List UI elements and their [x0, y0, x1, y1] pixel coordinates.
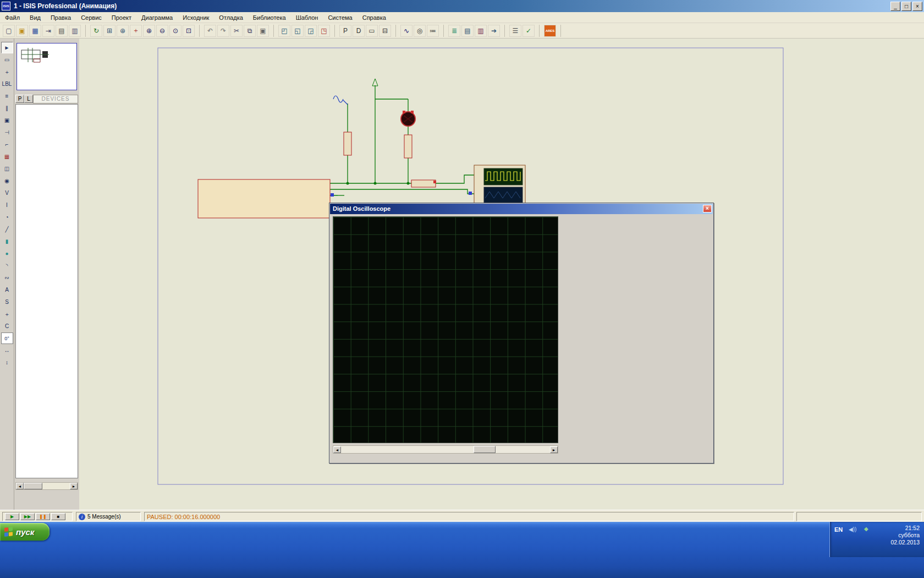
bom-icon[interactable]: ☰: [509, 25, 521, 37]
scroll-right-icon[interactable]: ►: [70, 483, 78, 489]
menu-Шаблон[interactable]: Шаблон: [291, 13, 323, 22]
zoom-area-icon[interactable]: ⊡: [183, 25, 195, 37]
mirror-x-tool-icon[interactable]: ↔: [1, 345, 13, 356]
copy-icon[interactable]: ⧉: [244, 25, 256, 37]
search-icon[interactable]: ◎: [414, 25, 426, 37]
scroll-thumb[interactable]: [24, 483, 42, 489]
scroll-thumb[interactable]: [474, 446, 496, 453]
menu-Вид[interactable]: Вид: [25, 13, 46, 22]
print-area-icon[interactable]: ▥: [69, 25, 81, 37]
step-button[interactable]: ▶▶: [20, 513, 35, 520]
volume-icon[interactable]: ◀)): [849, 526, 856, 532]
voltage-probe-tool-icon[interactable]: V: [1, 187, 13, 199]
selection-tool-icon[interactable]: ►: [1, 42, 13, 53]
box-tool-icon[interactable]: ▮: [1, 236, 13, 247]
menu-Файл[interactable]: Файл: [0, 13, 25, 22]
junction-tool-icon[interactable]: ＋: [1, 66, 13, 78]
remove-sheet-icon[interactable]: ▥: [475, 25, 487, 37]
electrical-check-icon[interactable]: ✓: [522, 25, 535, 37]
new-file-icon[interactable]: ▢: [3, 25, 15, 37]
zoom-all-icon[interactable]: ⊙: [169, 25, 182, 37]
scroll-left-icon[interactable]: ◄: [16, 483, 24, 489]
sidebar-scrollbar[interactable]: ◄ ►: [15, 482, 78, 490]
pick-device-icon[interactable]: P: [339, 25, 351, 37]
device-pin-tool-icon[interactable]: ⌐: [1, 139, 13, 150]
redraw-icon[interactable]: ↻: [90, 25, 102, 37]
subcircuit-tool-icon[interactable]: ▣: [1, 114, 13, 126]
menu-Отладка[interactable]: Отладка: [214, 13, 248, 22]
terminal-tool-icon[interactable]: ⊣: [1, 127, 13, 138]
language-indicator[interactable]: EN: [834, 526, 843, 533]
design-explorer-icon[interactable]: ≣: [448, 25, 460, 37]
arc-tool-icon[interactable]: ◝: [1, 260, 13, 271]
tape-tool-icon[interactable]: ◫: [1, 163, 13, 175]
import-icon[interactable]: ⇥: [42, 25, 54, 37]
make-device-icon[interactable]: D: [353, 25, 365, 37]
ares-icon[interactable]: ARES: [544, 25, 556, 37]
property-icon[interactable]: ≔: [427, 25, 439, 37]
goto-sheet-icon[interactable]: ➔: [488, 25, 500, 37]
block-copy-icon[interactable]: ◰: [278, 25, 290, 37]
zoom-out-icon[interactable]: ⊖: [156, 25, 168, 37]
library-button[interactable]: L: [24, 95, 33, 103]
decompose-icon[interactable]: ⊟: [379, 25, 391, 37]
packaging-icon[interactable]: ▭: [366, 25, 378, 37]
block-delete-icon[interactable]: ◳: [318, 25, 330, 37]
cut-icon[interactable]: ✂: [230, 25, 243, 37]
pause-button[interactable]: ❚❚: [36, 513, 50, 520]
schematic-overview[interactable]: [16, 43, 77, 90]
menu-Система[interactable]: Система: [323, 13, 357, 22]
menu-Исходник[interactable]: Исходник: [178, 13, 214, 22]
scroll-left-icon[interactable]: ◄: [333, 446, 341, 453]
zoom-in-icon[interactable]: ⊕: [143, 25, 155, 37]
pan-icon[interactable]: ＋: [130, 25, 142, 37]
close-button[interactable]: ×: [912, 2, 922, 11]
oscilloscope-window[interactable]: Digital Oscilloscope × ◄ ►: [329, 203, 714, 464]
text-script-tool-icon[interactable]: ≡: [1, 90, 13, 102]
pick-button[interactable]: P: [15, 95, 24, 103]
angle-tool-icon[interactable]: 0°: [1, 332, 13, 344]
wire-label-tool-icon[interactable]: LBL: [1, 78, 13, 90]
origin-icon[interactable]: ⊕: [117, 25, 129, 37]
oscilloscope-titlebar[interactable]: Digital Oscilloscope: [330, 204, 713, 214]
marker-tool-icon[interactable]: ＋: [1, 308, 13, 320]
menu-Правка[interactable]: Правка: [46, 13, 76, 22]
virtual-instrument-tool-icon[interactable]: ◔: [1, 211, 13, 223]
bus-tool-icon[interactable]: ∥: [1, 102, 13, 114]
paste-icon[interactable]: ▣: [257, 25, 269, 37]
menu-Проект[interactable]: Проект: [107, 13, 136, 22]
rotate-tool-icon[interactable]: C: [1, 320, 13, 332]
print-icon[interactable]: ▤: [56, 25, 68, 37]
menu-Диаграмма[interactable]: Диаграмма: [136, 13, 178, 22]
redo-icon[interactable]: ↷: [217, 25, 229, 37]
save-icon[interactable]: ▦: [29, 25, 41, 37]
menu-Сервис[interactable]: Сервис: [76, 13, 107, 22]
block-rotate-icon[interactable]: ◲: [305, 25, 317, 37]
wire-autoroute-icon[interactable]: ∿: [400, 25, 413, 37]
grid-icon[interactable]: ⊞: [103, 25, 116, 37]
message-panel[interactable]: i 5 Message(s): [76, 512, 141, 521]
menu-Справка[interactable]: Справка: [358, 13, 391, 22]
menu-Библиотека[interactable]: Библиотека: [248, 13, 291, 22]
graph-tool-icon[interactable]: ▦: [1, 151, 13, 162]
line-tool-icon[interactable]: ╱: [1, 223, 13, 235]
generator-tool-icon[interactable]: ◉: [1, 175, 13, 187]
symbol-tool-icon[interactable]: S: [1, 296, 13, 308]
stop-button[interactable]: ■: [51, 513, 65, 520]
current-probe-tool-icon[interactable]: I: [1, 199, 13, 211]
undo-icon[interactable]: ↶: [204, 25, 216, 37]
text-tool-icon[interactable]: A: [1, 284, 13, 296]
mirror-y-tool-icon[interactable]: ↕: [1, 357, 13, 368]
block-move-icon[interactable]: ◱: [292, 25, 304, 37]
maximize-button[interactable]: □: [901, 2, 911, 11]
minimize-button[interactable]: _: [890, 2, 900, 11]
tray-status-icon[interactable]: ◆: [864, 526, 868, 532]
play-button[interactable]: ▶: [5, 513, 19, 520]
open-file-icon[interactable]: ▣: [16, 25, 28, 37]
component-tool-icon[interactable]: ▭: [1, 54, 13, 66]
path-tool-icon[interactable]: ∾: [1, 272, 13, 283]
circle-tool-icon[interactable]: ●: [1, 248, 13, 259]
oscilloscope-scrollbar[interactable]: ◄ ►: [333, 445, 558, 454]
oscilloscope-close-icon[interactable]: ×: [703, 205, 712, 212]
start-button[interactable]: пуск: [0, 523, 50, 541]
